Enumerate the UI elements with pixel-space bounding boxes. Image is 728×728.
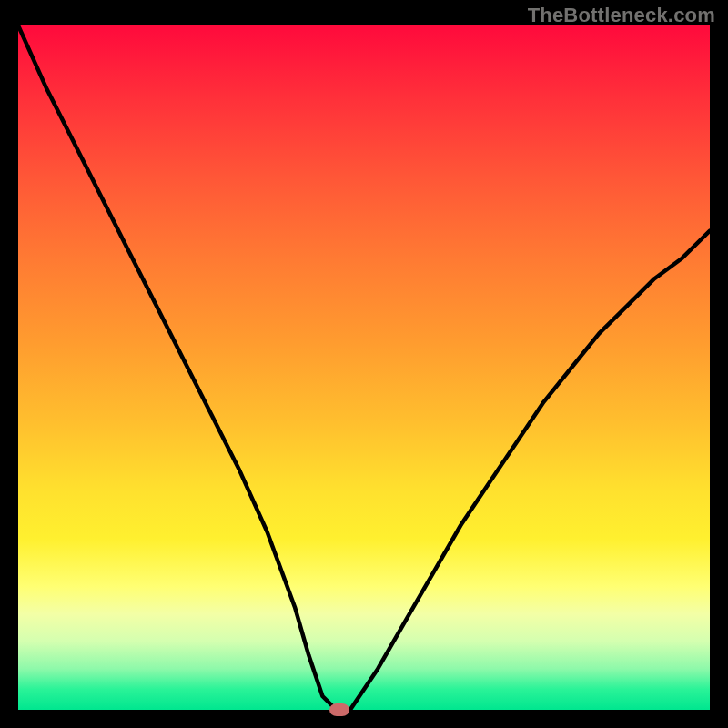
- frame-border-right: [710, 0, 728, 728]
- optimal-point-marker: [329, 703, 349, 716]
- plot-gradient-area: [18, 25, 710, 710]
- frame-border-left: [0, 0, 18, 728]
- bottleneck-curve: [18, 25, 710, 710]
- chart-frame: TheBottleneck.com: [0, 0, 728, 728]
- frame-border-bottom: [0, 710, 728, 728]
- watermark-text: TheBottleneck.com: [528, 4, 715, 27]
